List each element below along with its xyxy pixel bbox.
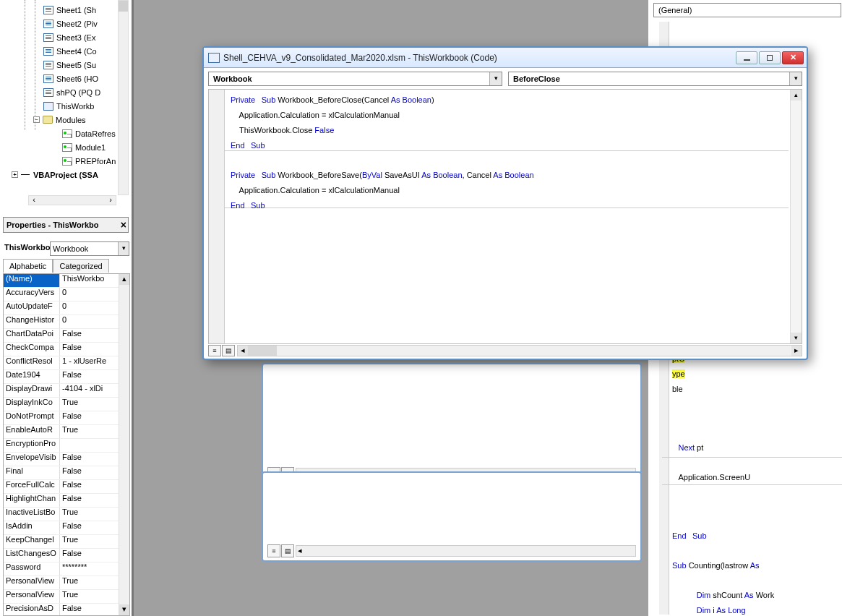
workbook-code-icon bbox=[43, 102, 53, 111]
project-explorer-tree[interactable]: Sheet1 (Sh Sheet2 (Piv Sheet3 (Ex Sheet4… bbox=[3, 0, 129, 207]
worksheet-icon bbox=[43, 47, 53, 56]
code-margin bbox=[209, 90, 225, 343]
property-row[interactable]: EnvelopeVisibFalse bbox=[4, 453, 129, 466]
sheet-node[interactable]: Sheet3 (Ex bbox=[3, 30, 129, 44]
vertical-scrollbar[interactable]: ▴ ▾ bbox=[790, 90, 802, 343]
property-name: DoNotPrompt bbox=[4, 411, 60, 424]
scroll-up-icon[interactable]: ▴ bbox=[791, 90, 802, 100]
full-module-view-icon[interactable]: ≡ bbox=[267, 544, 280, 557]
property-name: IsAddin bbox=[4, 521, 60, 534]
close-pane-icon[interactable]: × bbox=[121, 219, 126, 231]
property-row[interactable]: AutoUpdateF0 bbox=[4, 301, 129, 315]
object-dropdown[interactable]: Workbook▾ bbox=[208, 72, 502, 86]
worksheet-icon bbox=[43, 6, 53, 14]
full-module-view-button[interactable]: ≡ bbox=[208, 345, 221, 356]
sheet-node[interactable]: shPQ (PQ D bbox=[3, 85, 129, 99]
property-name: EnvelopeVisib bbox=[4, 453, 60, 466]
sheet-node[interactable]: Sheet2 (Piv bbox=[3, 17, 129, 30]
code-window: Shell_CEHVA_v9_Consolidated_Mar2020.xlsm… bbox=[202, 46, 808, 360]
tree-horizontal-scrollbar[interactable]: ‹› bbox=[28, 195, 116, 205]
worksheet-icon bbox=[43, 74, 53, 83]
worksheet-icon bbox=[43, 61, 53, 69]
thisworkbook-node[interactable]: ThisWorkb bbox=[3, 99, 129, 113]
object-type-dropdown[interactable]: Workbook ▾ bbox=[50, 241, 129, 256]
close-button[interactable]: ✕ bbox=[782, 51, 804, 64]
property-name: Final bbox=[4, 466, 60, 479]
property-name: AutoUpdateF bbox=[4, 301, 60, 315]
property-row[interactable]: FinalFalse bbox=[4, 466, 129, 480]
scroll-left-icon[interactable]: ◂ bbox=[238, 346, 248, 356]
sheet-node[interactable]: Sheet4 (Co bbox=[3, 44, 129, 58]
property-row[interactable]: PrecisionAsDFalse bbox=[4, 604, 129, 616]
property-row[interactable]: EnableAutoRTrue bbox=[4, 425, 129, 439]
property-row[interactable]: ChartDataPoiFalse bbox=[4, 329, 129, 343]
code-text[interactable]: Private Sub Workbook_BeforeClose(Cancel … bbox=[231, 92, 789, 213]
scroll-right-icon[interactable]: ▸ bbox=[791, 346, 802, 356]
scroll-down-icon[interactable]: ▾ bbox=[119, 604, 129, 615]
property-row[interactable]: Date1904False bbox=[4, 370, 129, 384]
dropdown-arrow-icon[interactable]: ▾ bbox=[789, 72, 802, 85]
module-node[interactable]: DataRefres bbox=[3, 127, 129, 140]
property-row[interactable]: DoNotPromptFalse bbox=[4, 411, 129, 425]
property-row[interactable]: PersonalViewTrue bbox=[4, 590, 129, 604]
properties-object-selector[interactable]: ThisWorkbo Workbook ▾ bbox=[3, 241, 129, 256]
property-row[interactable]: EncryptionPro bbox=[4, 439, 129, 453]
property-row[interactable]: ListChangesOFalse bbox=[4, 549, 129, 562]
procedure-separator bbox=[662, 484, 842, 485]
module-icon bbox=[62, 157, 72, 166]
window-title: Shell_CEHVA_v9_Consolidated_Mar2020.xlsm… bbox=[223, 53, 736, 63]
property-row[interactable]: Password******** bbox=[4, 562, 129, 576]
property-row[interactable]: DisplayDrawi-4104 - xlDi bbox=[4, 384, 129, 398]
background-code-window[interactable]: ≡ ▤ ◂ bbox=[262, 363, 642, 484]
sheet-node[interactable]: Sheet6 (HO bbox=[3, 72, 129, 85]
dropdown-arrow-icon[interactable]: ▾ bbox=[489, 72, 502, 85]
property-row[interactable]: HighlightChanFalse bbox=[4, 494, 129, 508]
properties-grid[interactable]: (Name)ThisWorkboAccuracyVers0AutoUpdateF… bbox=[3, 273, 130, 616]
properties-pane-title: Properties - ThisWorkbo × bbox=[3, 217, 129, 233]
dropdown-arrow-icon[interactable]: ▾ bbox=[118, 242, 129, 255]
property-row[interactable]: InactiveListBoTrue bbox=[4, 508, 129, 521]
property-row[interactable]: ChangeHistor0 bbox=[4, 315, 129, 329]
property-row[interactable]: PersonalViewTrue bbox=[4, 576, 129, 590]
property-name: ChangeHistor bbox=[4, 315, 60, 328]
window-titlebar[interactable]: Shell_CEHVA_v9_Consolidated_Mar2020.xlsm… bbox=[204, 48, 807, 68]
code-editor[interactable]: ▴ ▾ Private Sub Workbook_BeforeClose(Can… bbox=[208, 89, 802, 344]
tree-vertical-scrollbar[interactable] bbox=[118, 0, 129, 195]
property-row[interactable]: ConflictResol1 - xlUserRe bbox=[4, 356, 129, 370]
property-name: (Name) bbox=[4, 274, 60, 287]
minimize-button[interactable] bbox=[736, 51, 757, 64]
sheet-node[interactable]: Sheet5 (Su bbox=[3, 58, 129, 72]
scrollbar-thumb[interactable] bbox=[248, 346, 277, 356]
maximize-button[interactable] bbox=[759, 51, 781, 64]
worksheet-icon bbox=[43, 20, 53, 28]
properties-scrollbar[interactable]: ▴ ▾ bbox=[119, 274, 129, 615]
scroll-down-icon[interactable]: ▾ bbox=[791, 333, 802, 343]
property-name: ConflictResol bbox=[4, 356, 60, 369]
property-row[interactable]: DisplayInkCoTrue bbox=[4, 398, 129, 411]
tab-categorized[interactable]: Categorized bbox=[53, 259, 108, 273]
horizontal-scrollbar[interactable]: ◂ ▸ bbox=[237, 345, 802, 356]
right-object-dropdown[interactable]: (General) bbox=[653, 3, 841, 17]
tab-alphabetic[interactable]: Alphabetic bbox=[3, 259, 53, 273]
expand-icon[interactable]: + bbox=[12, 171, 18, 178]
property-row[interactable]: AccuracyVers0 bbox=[4, 288, 129, 301]
scroll-up-icon[interactable]: ▴ bbox=[119, 274, 129, 285]
modules-folder[interactable]: −Modules bbox=[3, 113, 129, 127]
procedure-view-button[interactable]: ▤ bbox=[222, 345, 235, 356]
vbaproject-node[interactable]: +VBAProject (SSA bbox=[3, 168, 129, 181]
module-node[interactable]: PREPforAn bbox=[3, 154, 129, 168]
property-row[interactable]: KeepChangelTrue bbox=[4, 535, 129, 549]
horizontal-scrollbar[interactable]: ◂ bbox=[296, 545, 636, 557]
property-row[interactable]: CheckCompaFalse bbox=[4, 343, 129, 356]
property-row[interactable]: IsAddinFalse bbox=[4, 521, 129, 535]
background-code-window[interactable]: ≡ ▤ ◂ bbox=[262, 471, 642, 562]
folder-icon bbox=[43, 116, 53, 124]
property-row[interactable]: ForceFullCalcFalse bbox=[4, 480, 129, 494]
module-node[interactable]: Module1 bbox=[3, 140, 129, 154]
procedure-view-icon[interactable]: ▤ bbox=[281, 544, 294, 557]
procedure-dropdown[interactable]: BeforeClose▾ bbox=[508, 72, 802, 86]
property-row[interactable]: (Name)ThisWorkbo bbox=[4, 274, 129, 288]
properties-title-text: Properties - ThisWorkbo bbox=[7, 221, 99, 229]
sheet-node[interactable]: Sheet1 (Sh bbox=[3, 3, 129, 17]
property-name: PersonalView bbox=[4, 576, 60, 589]
